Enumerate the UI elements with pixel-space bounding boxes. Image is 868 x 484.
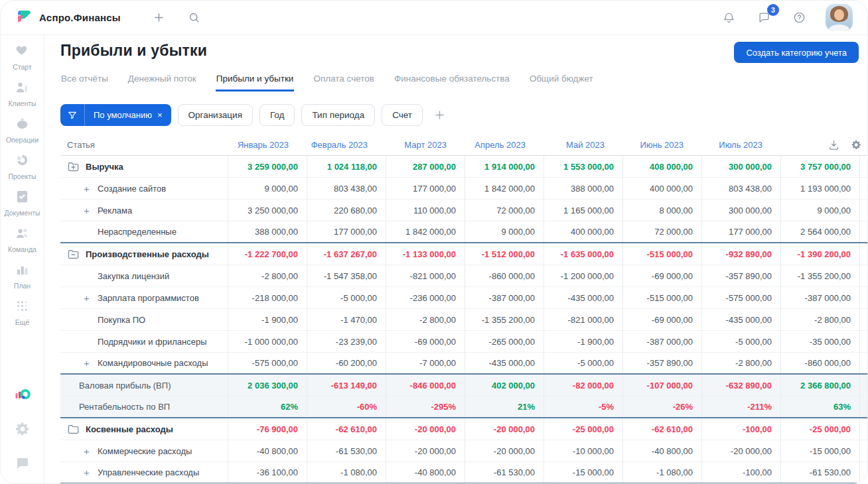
add-filter-button[interactable] — [433, 109, 446, 121]
row-label[interactable]: Косвенные расходы — [86, 424, 173, 434]
cell: -36 100,00 — [228, 462, 307, 483]
cell-value: -69 000,00 — [652, 315, 693, 325]
table-row: +Коммерческие расходы-40 800,00-61 530,0… — [60, 440, 867, 462]
sidebar-item-team[interactable]: Команда — [4, 225, 40, 253]
month-header[interactable]: Апрель 2023 — [465, 140, 543, 150]
cell: -2 800,00 — [701, 353, 780, 373]
add-subcategory-button[interactable]: + — [82, 467, 91, 477]
cell-value: -1 355 200,00 — [798, 271, 851, 281]
search-button[interactable] — [185, 9, 203, 27]
sidebar-item-label: Проекты — [8, 172, 36, 180]
feedback-button[interactable] — [15, 455, 31, 474]
row-label-cell: Валовая прибыль (ВП) — [60, 375, 228, 396]
coin-icon — [15, 116, 30, 134]
filter-chip-year[interactable]: Год — [259, 104, 295, 126]
cell: -1 355 200,00 — [465, 309, 543, 330]
cell: -1 635 000,00 — [543, 243, 622, 265]
sidebar-item-more[interactable]: Ещё — [4, 298, 40, 326]
cell-value: -1 222 700,00 — [245, 249, 298, 259]
cell-value: -26% — [673, 402, 693, 412]
cell: 2 564 000,00 — [780, 221, 859, 242]
cell-value: 1 842 000,00 — [484, 184, 535, 194]
tab-invoices[interactable]: Оплата счетов — [313, 70, 375, 91]
notifications-button[interactable] — [720, 9, 738, 27]
filter-chip-period-type[interactable]: Тип периода — [301, 104, 375, 126]
cell: -860 000,00 — [780, 353, 859, 373]
month-header[interactable]: Февраль 2023 — [307, 140, 386, 150]
month-header[interactable]: Март 2023 — [386, 140, 465, 150]
cell-value: -1 470,00 — [340, 315, 377, 325]
filter-chip-organization[interactable]: Организация — [178, 104, 253, 126]
add-subcategory-button[interactable]: + — [82, 358, 91, 368]
table-header-actions — [824, 134, 862, 155]
create-category-button[interactable]: Создать категорию учета — [734, 42, 859, 63]
cell-cutoff — [859, 178, 867, 199]
cell-value: -1 080,00 — [656, 467, 693, 477]
cell-value: -846 000,00 — [410, 381, 456, 391]
settings-button[interactable] — [15, 421, 31, 440]
filter-chip-account[interactable]: Счет — [382, 104, 423, 126]
cell-value: 2 564 000,00 — [800, 227, 851, 237]
folder-plus-icon[interactable] — [67, 160, 80, 173]
folder-icon[interactable] — [67, 423, 80, 436]
table-settings-button[interactable] — [851, 139, 862, 151]
table-row: +Создание сайтов9 000,00803 438,00177 00… — [60, 178, 867, 200]
tab-budget[interactable]: Общий бюджет — [529, 70, 594, 91]
download-button[interactable] — [828, 139, 839, 151]
sidebar-item-plan[interactable]: План — [4, 262, 40, 290]
sidebar-item-documents[interactable]: Документы — [4, 189, 40, 217]
help-button[interactable] — [790, 9, 808, 27]
cell-cutoff — [859, 331, 867, 352]
cell: -211% — [701, 396, 780, 417]
sidebar-item-projects[interactable]: Проекты — [4, 152, 40, 180]
add-subcategory-button[interactable]: + — [82, 184, 91, 194]
tab-cash-flow[interactable]: Денежный поток — [127, 70, 197, 91]
cell: -357 890,00 — [622, 353, 701, 373]
add-subcategory-button[interactable]: + — [82, 446, 91, 456]
cell-cutoff — [859, 462, 867, 483]
row-label-cell: +Нераспределенные — [60, 221, 228, 242]
cell-value: 300 000,00 — [729, 206, 772, 215]
table-row: Валовая прибыль (ВП)2 036 300,00-613 149… — [60, 375, 867, 396]
add-subcategory-button[interactable]: + — [82, 293, 91, 303]
cell: -15 000,00 — [543, 462, 622, 483]
row-label-cell: +Закупка лицензий — [60, 265, 228, 286]
cell: -575 000,00 — [228, 353, 307, 373]
month-header[interactable]: Июнь 2023 — [622, 140, 701, 150]
cell: -69 000,00 — [622, 309, 701, 330]
row-label-cell: +Управленческие расходы — [60, 462, 228, 483]
cell: -20 000,00 — [465, 418, 543, 440]
month-header[interactable]: Январь 2023 — [228, 140, 307, 150]
cell-value: -2 800,00 — [419, 315, 456, 325]
tab-profit-loss[interactable]: Прибыли и убытки — [216, 70, 295, 91]
month-header[interactable]: Май 2023 — [543, 140, 622, 150]
default-filter-chip[interactable]: По умолчанию × — [60, 104, 171, 126]
default-filter-label: По умолчанию — [94, 110, 152, 120]
add-button[interactable] — [150, 9, 168, 27]
row-label[interactable]: Выручка — [86, 162, 123, 172]
cell-value: 9 000,00 — [264, 184, 298, 194]
remove-filter-icon[interactable]: × — [157, 110, 163, 120]
cell: -100,00 — [701, 418, 780, 440]
cell: 388 000,00 — [543, 178, 622, 199]
cell: -25 000,00 — [543, 418, 622, 440]
sidebar-item-operations[interactable]: Операции — [4, 116, 40, 144]
row-label[interactable]: Производственные расходы — [86, 249, 209, 259]
tab-liabilities[interactable]: Финансовые обязательства — [394, 70, 510, 91]
sidebar-item-label: План — [14, 282, 31, 290]
folder-minus-icon[interactable] — [67, 248, 80, 261]
add-subcategory-button[interactable]: + — [82, 206, 91, 215]
table-row: +Зарплата программистов-218 000,00-5 000… — [60, 287, 867, 309]
sidebar-item-start[interactable]: Старт — [4, 43, 40, 71]
sidebar-item-clients[interactable]: Клиенты — [4, 80, 40, 107]
funnel-icon — [60, 104, 85, 126]
page-title: Прибыли и убытки — [60, 42, 207, 60]
cell: -61 530,00 — [307, 440, 386, 461]
row-label-cell: Косвенные расходы — [60, 418, 228, 440]
cell: -82 000,00 — [543, 375, 622, 396]
cell-value: -1 200 000,00 — [561, 271, 614, 281]
user-avatar[interactable] — [826, 4, 853, 31]
tab-all-reports[interactable]: Все отчёты — [60, 70, 109, 91]
month-header[interactable]: Июль 2023 — [701, 140, 780, 150]
aspro-product-logo-icon[interactable] — [15, 387, 31, 405]
